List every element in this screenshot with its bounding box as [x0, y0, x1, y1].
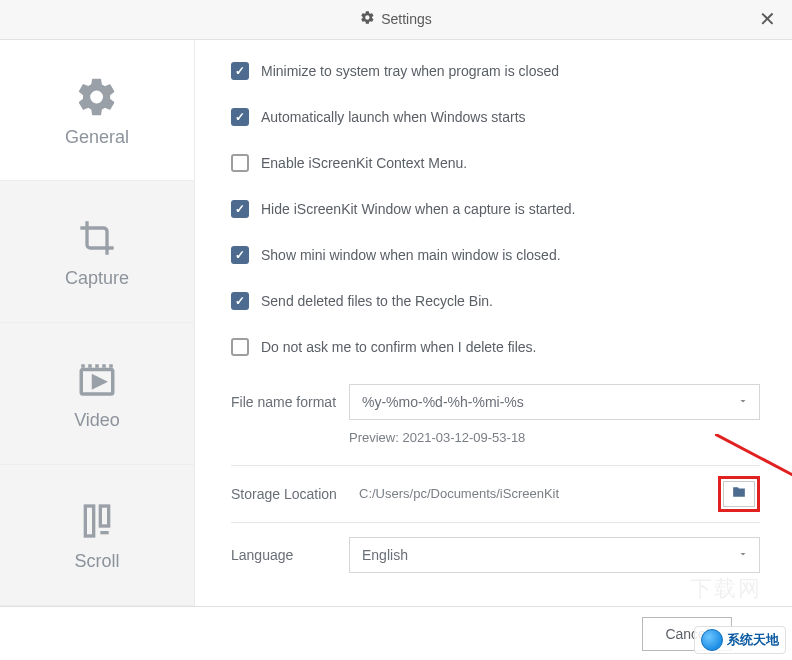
- sidebar-item-scroll[interactable]: Scroll: [0, 465, 194, 607]
- select-value: %y-%mo-%d-%h-%mi-%s: [362, 394, 524, 410]
- sidebar-item-label: General: [65, 127, 129, 148]
- globe-icon: [701, 629, 723, 651]
- storage-path: C:/Users/pc/Documents/iScreenKit: [349, 486, 718, 501]
- window-title-text: Settings: [381, 11, 432, 27]
- select-value: English: [362, 547, 408, 563]
- gear-icon: [73, 73, 121, 121]
- form-label: Language: [231, 547, 349, 563]
- option-label: Hide iScreenKit Window when a capture is…: [261, 201, 575, 217]
- folder-icon: [731, 485, 747, 502]
- watermark-text: 系统天地: [727, 631, 779, 649]
- option-confirm-delete: Do not ask me to confirm when I delete f…: [231, 338, 760, 356]
- checkbox[interactable]: [231, 246, 249, 264]
- form-label: Storage Location: [231, 486, 349, 502]
- option-context-menu: Enable iScreenKit Context Menu.: [231, 154, 760, 172]
- option-label: Automatically launch when Windows starts: [261, 109, 526, 125]
- option-label: Show mini window when main window is clo…: [261, 247, 561, 263]
- option-label: Minimize to system tray when program is …: [261, 63, 559, 79]
- file-name-format-row: File name format %y-%mo-%d-%h-%mi-%s: [231, 384, 760, 420]
- checkbox[interactable]: [231, 338, 249, 356]
- checkbox[interactable]: [231, 292, 249, 310]
- annotation-highlight: [718, 476, 760, 512]
- footer: Cancel: [0, 606, 792, 660]
- close-icon[interactable]: ✕: [759, 9, 776, 29]
- sidebar-item-label: Scroll: [74, 551, 119, 572]
- svg-rect-8: [100, 506, 108, 526]
- language-select[interactable]: English: [349, 537, 760, 573]
- option-auto-launch: Automatically launch when Windows starts: [231, 108, 760, 126]
- window-title: Settings: [360, 10, 432, 28]
- language-row: Language English: [231, 537, 760, 573]
- form-label: File name format: [231, 394, 349, 410]
- settings-window: Settings ✕ General Capture Vi: [0, 0, 792, 660]
- svg-marker-1: [94, 376, 105, 387]
- option-show-mini: Show mini window when main window is clo…: [231, 246, 760, 264]
- checkbox[interactable]: [231, 108, 249, 126]
- option-label: Enable iScreenKit Context Menu.: [261, 155, 467, 171]
- chevron-down-icon: [737, 394, 749, 410]
- gear-icon: [360, 10, 375, 28]
- file-name-format-select[interactable]: %y-%mo-%d-%h-%mi-%s: [349, 384, 760, 420]
- titlebar: Settings ✕: [0, 0, 792, 40]
- crop-icon: [73, 214, 121, 262]
- sidebar: General Capture Video Scroll: [0, 40, 195, 606]
- main-panel: Minimize to system tray when program is …: [195, 40, 792, 606]
- body: General Capture Video Scroll: [0, 40, 792, 606]
- option-minimize-tray: Minimize to system tray when program is …: [231, 62, 760, 80]
- checkbox[interactable]: [231, 200, 249, 218]
- storage-location-row: Storage Location C:/Users/pc/Documents/i…: [231, 465, 760, 523]
- option-label: Send deleted files to the Recycle Bin.: [261, 293, 493, 309]
- preview-label: Preview:: [349, 430, 399, 445]
- svg-rect-7: [85, 506, 93, 536]
- option-recycle-bin: Send deleted files to the Recycle Bin.: [231, 292, 760, 310]
- browse-folder-button[interactable]: [723, 481, 755, 507]
- sidebar-item-capture[interactable]: Capture: [0, 181, 194, 323]
- checkbox[interactable]: [231, 154, 249, 172]
- video-icon: [73, 356, 121, 404]
- option-label: Do not ask me to confirm when I delete f…: [261, 339, 536, 355]
- sidebar-item-video[interactable]: Video: [0, 323, 194, 465]
- scroll-icon: [73, 497, 121, 545]
- option-hide-on-capture: Hide iScreenKit Window when a capture is…: [231, 200, 760, 218]
- filename-preview: Preview: 2021-03-12-09-53-18: [349, 430, 760, 445]
- watermark-badge: 系统天地: [694, 626, 786, 654]
- checkbox[interactable]: [231, 62, 249, 80]
- preview-value: 2021-03-12-09-53-18: [402, 430, 525, 445]
- sidebar-item-label: Video: [74, 410, 120, 431]
- chevron-down-icon: [737, 547, 749, 563]
- sidebar-item-general[interactable]: General: [0, 40, 194, 182]
- sidebar-item-label: Capture: [65, 268, 129, 289]
